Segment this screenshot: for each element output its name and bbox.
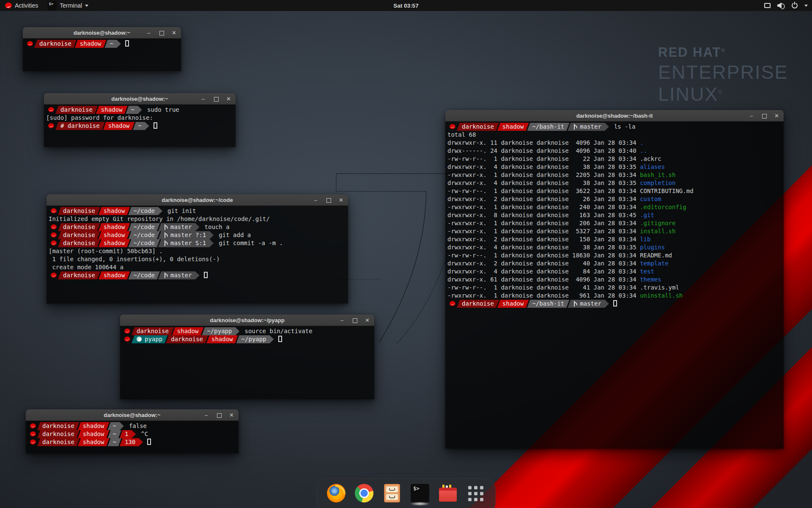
window-titlebar[interactable]: darknoise@shadow:~/bash-it –✕ xyxy=(445,110,784,121)
prompt-redhat-icon xyxy=(122,335,133,343)
maximize-button[interactable] xyxy=(159,30,164,36)
minimize-button[interactable]: – xyxy=(749,113,754,119)
prompt-segment: darknoise xyxy=(166,335,208,343)
maximize-button[interactable] xyxy=(761,113,767,119)
prompt-redhat-icon xyxy=(46,106,57,114)
prompt-segment: shadow xyxy=(78,422,110,430)
prompt-segment: ~/code xyxy=(128,207,162,215)
prompt-segment: shadow xyxy=(99,271,130,279)
dock-item-app-grid[interactable] xyxy=(466,484,485,504)
terminal-text: 1 file changed, 0 insertions(+), 0 delet… xyxy=(49,256,220,262)
terminal-line: Initialized empty Git repository in /hom… xyxy=(49,215,348,223)
terminal-body[interactable]: darknoiseshadow~sudo true[sudo] password… xyxy=(44,105,236,147)
window-titlebar[interactable]: darknoise@shadow:~ –✕ xyxy=(44,93,236,105)
window-titlebar[interactable]: darknoise@shadow:~ –✕ xyxy=(26,409,239,421)
terminal-text: [sudo] password for darknoise: xyxy=(46,114,153,121)
prompt-segment: shadow xyxy=(99,231,130,239)
redhat-icon xyxy=(51,240,57,246)
terminal-icon: $> xyxy=(411,484,429,502)
power-icon[interactable] xyxy=(792,3,798,8)
terminal-text: .git xyxy=(640,212,654,218)
dock-item-files[interactable] xyxy=(383,484,401,504)
close-button[interactable]: ✕ xyxy=(171,30,177,36)
prompt-segment: darknoise xyxy=(58,239,100,247)
close-button[interactable]: ✕ xyxy=(365,318,370,323)
brand-line-2: ENTERPRISE xyxy=(658,61,788,83)
terminal-line: drwxrwxr-x. 61 darknoise darknoise 4096 … xyxy=(447,276,784,284)
terminal-line: darknoiseshadow~/pyappsource bin/activat… xyxy=(122,327,374,335)
terminal-body[interactable]: darknoiseshadow~ xyxy=(23,39,181,71)
terminal-line: -rwxrwxr-x. 1 darknoise darknoise 206 Ja… xyxy=(447,219,784,227)
terminal-body[interactable]: darknoiseshadow~/bash-itmasterls -latota… xyxy=(445,121,784,449)
prompt-segment: darknoise xyxy=(37,430,80,438)
terminal-cursor xyxy=(154,122,157,129)
window-titlebar[interactable]: darknoise@shadow:~/code –✕ xyxy=(47,194,348,206)
screen-icon[interactable] xyxy=(764,3,771,8)
volume-icon[interactable] xyxy=(777,3,785,8)
system-status-area[interactable] xyxy=(764,0,808,11)
close-button[interactable]: ✕ xyxy=(226,96,231,102)
window-title: darknoise@shadow:~ xyxy=(74,30,130,36)
minimize-button[interactable]: – xyxy=(200,96,206,102)
git-icon xyxy=(163,240,167,246)
window-title: darknoise@shadow:~ xyxy=(104,412,160,418)
activities-button[interactable]: Activities xyxy=(0,0,43,11)
maximize-button[interactable] xyxy=(213,96,219,102)
dock-item-firefox[interactable] xyxy=(327,484,346,504)
close-button[interactable]: ✕ xyxy=(774,113,779,119)
minimize-button[interactable]: – xyxy=(313,197,318,203)
window-title: darknoise@shadow:~/code xyxy=(162,197,233,203)
terminal-text: drwxrwxr-x. 11 darknoise darknoise 4096 … xyxy=(447,139,640,146)
chevron-down-icon xyxy=(85,5,88,8)
redhat-icon xyxy=(51,232,57,237)
terminal-text: create mode 100644 a xyxy=(49,264,123,271)
terminal-cursor xyxy=(278,336,282,342)
window-titlebar[interactable]: darknoise@shadow:~ –✕ xyxy=(23,27,181,39)
maximize-button[interactable] xyxy=(326,197,331,203)
terminal-body[interactable]: darknoiseshadow~/pyappsource bin/activat… xyxy=(120,326,374,399)
terminal-text: sudo true xyxy=(142,106,179,113)
app-menu-terminal[interactable]: $> Terminal xyxy=(43,0,93,11)
terminal-line: darknoiseshadow~130 xyxy=(28,438,239,446)
prompt-segment: darknoise xyxy=(37,422,80,430)
prompt-segment: ~/code xyxy=(128,231,160,239)
prompt-redhat-icon xyxy=(49,239,60,247)
close-button[interactable]: ✕ xyxy=(338,197,344,203)
close-button[interactable]: ✕ xyxy=(229,412,234,418)
terminal-window-sudo: darknoise@shadow:~ –✕ darknoiseshadow~su… xyxy=(44,93,236,147)
prompt-segment: darknoise xyxy=(58,207,100,215)
maximize-button[interactable] xyxy=(352,318,357,323)
terminal-line: -rw-rw-r--. 1 darknoise darknoise 22 Jan… xyxy=(447,155,784,163)
minimize-button[interactable]: – xyxy=(146,30,151,36)
terminal-cursor xyxy=(613,300,617,306)
terminal-text: aliases xyxy=(640,163,665,170)
prompt-segment: master xyxy=(568,300,609,308)
terminal-body[interactable]: darknoiseshadow~/codegit initInitialized… xyxy=(47,206,348,304)
prompt-segment: shadow xyxy=(497,123,529,131)
prompt-segment: ~/bash-it xyxy=(527,300,569,308)
prompt-segment: ~/pyapp xyxy=(202,327,239,335)
window-titlebar[interactable]: darknoise@shadow:~/pyapp –✕ xyxy=(120,315,374,326)
prompt-segment: 1 xyxy=(120,430,136,438)
prompt-redhat-icon xyxy=(25,40,36,48)
terminal-text: ^C xyxy=(136,431,148,437)
terminal-cursor xyxy=(147,439,151,445)
prompt-segment: ~ xyxy=(126,106,142,114)
terminal-text: Initialized empty Git repository in /hom… xyxy=(49,215,270,222)
clock[interactable]: Sat 03:57 xyxy=(393,3,418,9)
minimize-button[interactable]: – xyxy=(339,318,345,323)
prompt-segment: darknoise xyxy=(34,40,77,48)
dock-item-terminal[interactable]: $> xyxy=(411,484,429,504)
terminal-body[interactable]: darknoiseshadow~falsedarknoiseshadow~1^C… xyxy=(26,421,239,453)
minimize-button[interactable]: – xyxy=(203,412,209,418)
maximize-button[interactable] xyxy=(216,412,222,418)
prompt-segment: darknoise xyxy=(457,123,499,131)
chevron-down-icon[interactable] xyxy=(804,5,808,8)
redhat-icon xyxy=(30,431,36,436)
firefox-icon xyxy=(327,484,346,502)
git-icon xyxy=(573,301,577,306)
terminal-window-home-2: darknoise@shadow:~ –✕ darknoiseshadow~fa… xyxy=(26,409,239,453)
dock-item-toolbox[interactable] xyxy=(439,484,457,504)
dock-item-chrome[interactable] xyxy=(355,484,373,504)
terminal-line: -rw-rw-r--. 1 darknoise darknoise 18630 … xyxy=(447,251,784,260)
